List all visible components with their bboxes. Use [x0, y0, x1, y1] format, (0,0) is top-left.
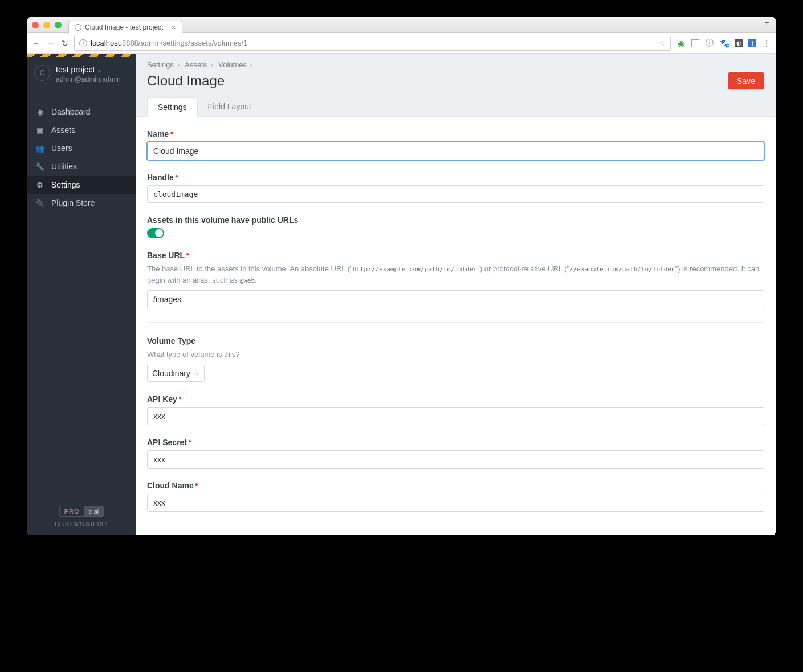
chevron-down-icon: ⌄ — [97, 67, 101, 73]
project-header[interactable]: C test project⌄ admin@admin.admin — [27, 57, 136, 91]
project-email: admin@admin.admin — [56, 75, 121, 83]
dashboard-icon: ◉ — [35, 108, 44, 116]
sidebar-item-label: Settings — [51, 180, 80, 189]
chevron-down-icon: ⌄ — [195, 370, 199, 376]
api-key-label: API Key — [147, 394, 177, 404]
sidebar-item-assets[interactable]: ▣Assets — [27, 121, 136, 139]
image-icon: ▣ — [35, 126, 44, 135]
volume-type-value: Cloudinary — [152, 369, 190, 378]
save-button[interactable]: Save — [728, 72, 764, 89]
sidebar-item-label: Users — [51, 144, 72, 153]
back-icon[interactable]: ← — [32, 39, 40, 48]
base-url-help: The base URL to the assets in this volum… — [147, 263, 764, 286]
api-secret-label: API Secret — [147, 438, 187, 447]
window-zoom-icon[interactable] — [55, 22, 62, 28]
ext-icon-3[interactable]: ⓘ — [705, 39, 714, 48]
breadcrumb-settings[interactable]: Settings — [147, 60, 174, 69]
ext-icon-6[interactable]: i — [748, 39, 756, 47]
sidebar-item-label: Assets — [51, 125, 75, 135]
window-minimize-icon[interactable] — [43, 22, 50, 28]
browser-titlebar: Cloud Image - test project × T — [27, 17, 776, 33]
project-name: test project — [56, 65, 95, 74]
browser-tab[interactable]: Cloud Image - test project × — [68, 21, 182, 34]
pro-label: PRO — [60, 506, 84, 516]
wrench-icon: 🔧 — [35, 162, 44, 171]
volume-type-help: What type of volume is this? — [147, 349, 764, 360]
plug-icon: 🔌 — [35, 199, 44, 207]
reload-icon[interactable]: ↻ — [62, 39, 68, 48]
sidebar-item-plugin-store[interactable]: 🔌Plugin Store — [27, 194, 136, 212]
ext-icon-5[interactable]: ◐ — [735, 39, 743, 47]
base-url-input[interactable] — [147, 290, 764, 308]
bookmark-star-icon[interactable]: ☆ — [659, 39, 666, 47]
tab-field-layout[interactable]: Field Layout — [198, 97, 262, 116]
sidebar-item-utilities[interactable]: 🔧Utilities — [27, 157, 136, 176]
name-label: Name — [147, 129, 169, 139]
sidebar-item-dashboard[interactable]: ◉Dashboard — [27, 103, 136, 121]
extension-icons: ◉ ⓘ 🐾 ◐ i ⋮ — [676, 39, 771, 48]
required-icon: ● — [188, 438, 191, 444]
pro-trial-badge: PRO trial — [59, 506, 104, 517]
window-close-icon[interactable] — [32, 22, 39, 28]
tab-settings[interactable]: Settings — [147, 97, 198, 117]
divider — [147, 322, 764, 323]
site-info-icon[interactable]: i — [79, 39, 87, 47]
sidebar-item-label: Dashboard — [51, 107, 91, 116]
required-icon: ● — [186, 251, 189, 257]
trial-label: trial — [84, 506, 104, 516]
sidebar: C test project⌄ admin@admin.admin ◉Dashb… — [27, 54, 136, 535]
url-host: localhost: — [91, 39, 122, 47]
project-avatar: C — [34, 65, 50, 81]
address-bar[interactable]: i localhost:8888/admin/settings/assets/v… — [74, 36, 671, 51]
ext-icon-1[interactable]: ◉ — [676, 39, 686, 48]
url-path: 8888/admin/settings/assets/volumes/1 — [122, 39, 247, 47]
public-urls-label: Assets in this volume have public URLs — [147, 215, 298, 225]
version-label: Craft CMS 3.0.16.1 — [35, 520, 128, 527]
sidebar-item-users[interactable]: 👥Users — [27, 139, 136, 157]
breadcrumb-assets[interactable]: Assets — [185, 60, 207, 69]
required-icon: ● — [195, 481, 198, 487]
volume-type-select[interactable]: Cloudinary ⌄ — [147, 365, 205, 382]
page-title: Cloud Image — [147, 73, 225, 89]
required-icon: ● — [175, 173, 178, 179]
base-url-label: Base URL — [147, 251, 185, 260]
handle-label: Handle — [147, 173, 174, 182]
breadcrumb-volumes[interactable]: Volumes — [218, 60, 247, 69]
required-icon: ● — [178, 394, 182, 401]
breadcrumb: Settings› Assets› Volumes› — [147, 60, 256, 69]
public-urls-toggle[interactable] — [147, 228, 164, 238]
ext-icon-2[interactable] — [691, 39, 699, 47]
sidebar-item-label: Utilities — [51, 162, 77, 171]
globe-icon — [75, 24, 81, 31]
sidebar-item-label: Plugin Store — [51, 198, 95, 207]
browser-toolbar: ← → ↻ i localhost:8888/admin/settings/as… — [27, 33, 776, 54]
required-icon: ● — [170, 129, 173, 136]
menu-icon[interactable]: ⋮ — [762, 39, 771, 48]
users-icon: 👥 — [35, 144, 44, 153]
name-input[interactable] — [147, 142, 764, 160]
sidebar-item-settings[interactable]: ⚙Settings — [27, 176, 136, 194]
api-secret-input[interactable] — [147, 450, 764, 469]
volume-type-label: Volume Type — [147, 336, 195, 345]
cloud-name-label: Cloud Name — [147, 481, 194, 490]
close-icon[interactable]: × — [171, 23, 176, 32]
gear-icon: ⚙ — [35, 181, 44, 189]
api-key-input[interactable] — [147, 407, 764, 425]
ext-icon-4[interactable]: 🐾 — [720, 39, 729, 48]
cloud-name-input[interactable] — [147, 494, 764, 512]
profile-badge[interactable]: T — [765, 21, 769, 29]
tab-title: Cloud Image - test project — [85, 23, 163, 31]
forward-icon[interactable]: → — [47, 39, 55, 48]
handle-input[interactable] — [147, 185, 764, 203]
tabs: Settings Field Layout — [136, 97, 776, 116]
